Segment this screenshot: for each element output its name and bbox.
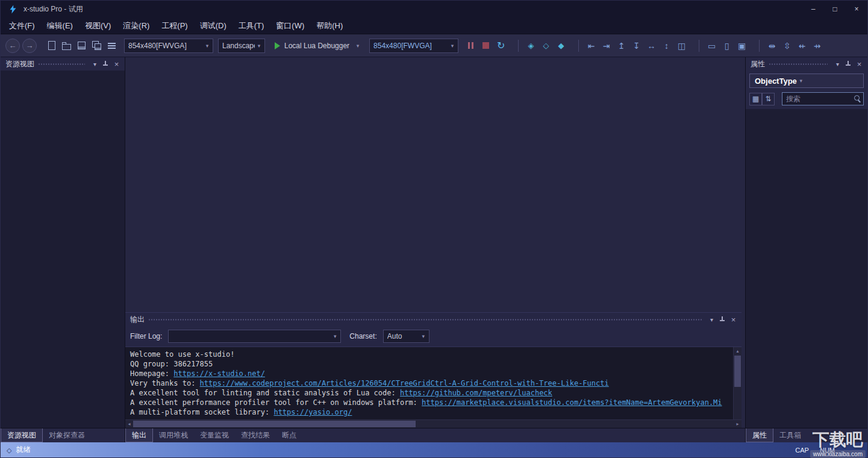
toolbar-separator	[759, 40, 760, 52]
close-icon[interactable]	[112, 60, 121, 69]
horizontal-scrollbar[interactable]	[125, 419, 742, 428]
scroll-right-icon[interactable]	[734, 420, 742, 428]
space-across-icon[interactable]: ⇹	[764, 39, 779, 53]
tab-object-explorer[interactable]: 对象探查器	[43, 428, 91, 442]
status-text: 就绪	[16, 445, 30, 455]
tab-output[interactable]: 输出	[125, 428, 153, 442]
align-bottom-icon[interactable]: ↧	[629, 39, 644, 53]
left-tab-row: 资源视图对象探查器	[1, 428, 125, 442]
menu-tools[interactable]: 工具(T)	[233, 17, 270, 34]
resolution-select[interactable]: 854x480[FWVGA]	[124, 39, 213, 53]
menu-debug[interactable]: 调试(D)	[194, 17, 233, 34]
property-grid-icons: ▦⇅	[749, 93, 775, 105]
menu-window[interactable]: 窗口(W)	[270, 17, 310, 34]
panel-menu-icon[interactable]	[833, 60, 842, 69]
forward-icon[interactable]: →	[22, 39, 37, 53]
pin-icon[interactable]	[844, 60, 853, 69]
increase-space-icon[interactable]: ⇸	[810, 39, 825, 53]
scrollbar-thumb[interactable]	[734, 356, 741, 387]
close-button[interactable]: ×	[846, 1, 867, 17]
same-width-icon[interactable]: ▭	[704, 39, 719, 53]
filter-log-label: Filter Log:	[130, 332, 162, 340]
charset-select[interactable]: Auto	[383, 330, 429, 343]
panel-menu-icon[interactable]	[90, 60, 99, 69]
scroll-left-icon[interactable]	[125, 420, 133, 428]
console-wrap: Welcome to use x-studio!QQ group: 386217…	[125, 347, 742, 419]
menu-bar: 文件(F)编辑(E)视图(V)渲染(R)工程(P)调试(D)工具(T)窗口(W)…	[1, 17, 867, 34]
align-right-icon[interactable]: ⇥	[599, 39, 614, 53]
menu-view[interactable]: 视图(V)	[79, 17, 117, 34]
orientation-value: Landscape	[222, 42, 255, 50]
console-text: QQ group: 386217855	[130, 360, 213, 368]
chevron-down-icon	[448, 43, 457, 49]
console-link[interactable]: https://yasio.org/	[273, 408, 352, 416]
align-left-icon[interactable]: ⇤	[584, 39, 599, 53]
properties-panel: 属性 ObjectType ▦⇅ 属性工具箱	[745, 57, 867, 442]
same-height-icon[interactable]: ▯	[719, 39, 734, 53]
console-line: A multi-platform socket library: https:/…	[130, 407, 728, 417]
scroll-up-icon[interactable]	[734, 347, 742, 355]
scrollbar-thumb[interactable]	[133, 421, 416, 427]
tab-toolbox[interactable]: 工具箱	[773, 428, 807, 442]
run-button[interactable]: Local Lua Debugger	[270, 42, 367, 50]
categorized-icon[interactable]: ▦	[749, 93, 762, 105]
output-console[interactable]: Welcome to use x-studio!QQ group: 386217…	[125, 347, 733, 419]
back-icon[interactable]: ←	[5, 39, 20, 53]
vertical-scrollbar[interactable]	[733, 347, 742, 419]
tab-breakpoints[interactable]: 断点	[276, 428, 302, 442]
tab-watch[interactable]: 变量监视	[194, 428, 235, 442]
open-folder-icon[interactable]	[59, 39, 74, 53]
stop-icon[interactable]	[478, 39, 493, 53]
menu-edit[interactable]: 编辑(E)	[41, 17, 79, 34]
charset-label: Charset:	[349, 332, 376, 340]
new-file-icon[interactable]	[44, 39, 59, 53]
menu-project[interactable]: 工程(P)	[155, 17, 193, 34]
output-header: 输出	[125, 313, 742, 326]
orientation-select[interactable]: Landscape	[218, 39, 265, 53]
pin-icon[interactable]	[718, 315, 727, 324]
console-text: A excellent tool for linting and static …	[130, 389, 400, 397]
align-center-vertical-icon[interactable]: ↕	[659, 39, 674, 53]
decrease-space-icon[interactable]: ⇷	[795, 39, 810, 53]
minimize-button[interactable]: –	[802, 1, 824, 17]
anchor-icon[interactable]: ◈	[523, 39, 539, 53]
output-panel: 输出 Filter Log: Charset: Auto	[125, 312, 742, 428]
console-link[interactable]: https://www.codeproject.com/Articles/126…	[200, 379, 609, 387]
menu-help[interactable]: 帮助(H)	[310, 17, 349, 34]
object-type-select[interactable]: ObjectType	[749, 74, 864, 88]
search-input[interactable]	[782, 95, 863, 103]
tab-call-stack[interactable]: 调用堆栈	[153, 428, 194, 442]
pin-icon[interactable]	[101, 60, 110, 69]
maximize-button[interactable]: □	[824, 1, 846, 17]
console-link[interactable]: https://github.com/mpeterv/luacheck	[400, 389, 552, 397]
space-down-icon[interactable]: ⇳	[779, 39, 795, 53]
resource-view-body	[1, 71, 125, 428]
sort-alphabetical-icon[interactable]: ⇅	[762, 93, 775, 105]
tab-properties[interactable]: 属性	[746, 428, 773, 442]
window-title: x-studio Pro - 试用	[23, 4, 83, 14]
pause-icon[interactable]	[463, 39, 478, 53]
same-size-icon[interactable]: ▣	[734, 39, 749, 53]
grid-icon[interactable]: ◆	[554, 39, 569, 53]
console-link[interactable]: https://x-studio.net/	[173, 369, 265, 378]
tab-find-results[interactable]: 查找结果	[235, 428, 276, 442]
save-icon[interactable]	[74, 39, 89, 53]
center-in-parent-icon[interactable]: ◫	[674, 39, 689, 53]
tab-resource-view[interactable]: 资源视图	[1, 428, 43, 442]
close-icon[interactable]	[729, 315, 738, 324]
filter-log-select[interactable]	[168, 330, 341, 343]
align-top-icon[interactable]: ↥	[614, 39, 629, 53]
restart-icon[interactable]: ↻	[493, 39, 508, 53]
search-icon	[854, 95, 861, 102]
snap-icon[interactable]: ◇	[539, 39, 554, 53]
scrollbar-track[interactable]	[133, 420, 734, 428]
menu-list-icon[interactable]	[104, 39, 119, 53]
panel-menu-icon[interactable]	[707, 315, 716, 324]
device-select[interactable]: 854x480[FWVGA]	[369, 39, 458, 53]
align-center-horizontal-icon[interactable]: ↔	[644, 39, 659, 53]
save-all-icon[interactable]	[89, 39, 104, 53]
menu-render[interactable]: 渲染(R)	[117, 17, 155, 34]
menu-file[interactable]: 文件(F)	[3, 17, 41, 34]
close-icon[interactable]	[855, 60, 864, 69]
console-link[interactable]: https://marketplace.visualstudio.com/ite…	[422, 398, 722, 407]
